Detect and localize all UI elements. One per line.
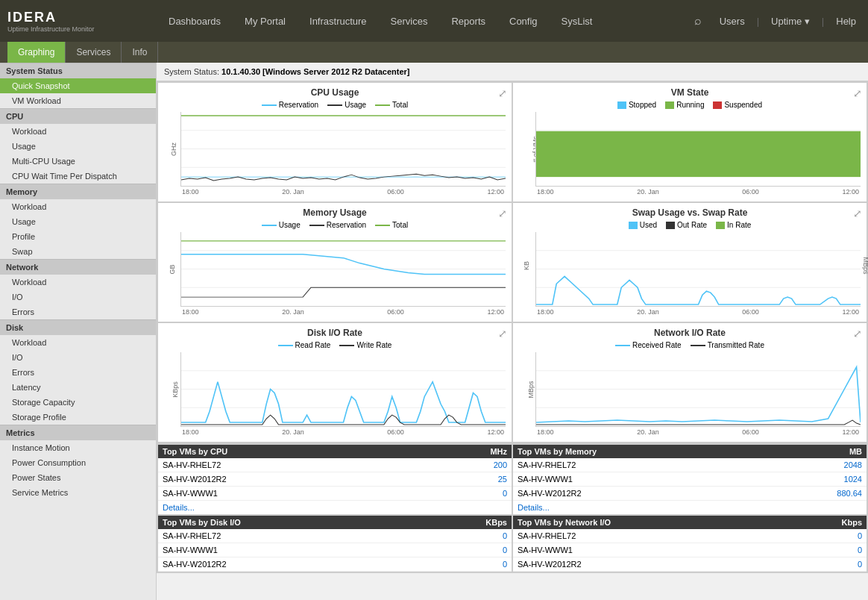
sidebar-item-network-io[interactable]: I/O xyxy=(0,290,156,304)
legend-reservation: Reservation xyxy=(262,101,318,109)
network-y-label: MBps xyxy=(527,381,535,398)
nav-users[interactable]: Users xyxy=(715,16,749,27)
cpu-svg xyxy=(181,112,506,186)
table-row[interactable]: SA-HV-W2012R2 0 xyxy=(513,557,867,572)
cpu-usage-expand-icon[interactable]: ⤢ xyxy=(498,87,507,99)
table-row[interactable]: SA-HV-RHEL72 0 xyxy=(158,529,512,543)
table-top-memory-details-link[interactable]: Details... xyxy=(513,501,867,514)
network-io-chart: Network I/O Rate ⤢ Received Rate Transmi… xyxy=(513,323,867,442)
swap-y-label2: MBps xyxy=(861,257,868,274)
nav-dashboards[interactable]: Dashboards xyxy=(157,0,233,42)
sidebar-item-cpu-wait[interactable]: CPU Wait Time Per Dispatch xyxy=(0,169,156,184)
nav-right: ⌕ Users | Uptime ▾ | Help xyxy=(688,14,861,28)
nav-infrastructure[interactable]: Infrastructure xyxy=(298,0,379,42)
table-row[interactable]: SA-HV-W2012R2 25 xyxy=(158,472,512,487)
vm-state-expand-icon[interactable]: ⤢ xyxy=(853,87,862,99)
sidebar-item-cpu-workload[interactable]: Workload xyxy=(0,124,156,139)
sidebar-item-storage-capacity[interactable]: Storage Capacity xyxy=(0,395,156,410)
swap-usage-chart: Swap Usage vs. Swap Rate ⤢ Used Out Rate… xyxy=(513,203,867,322)
legend-mem-total-line xyxy=(375,225,390,226)
sidebar-item-network-errors[interactable]: Errors xyxy=(0,304,156,319)
legend-total-line xyxy=(375,104,390,106)
disk-x-axis: 18:00 20. Jan 06:00 12:00 xyxy=(180,428,506,436)
nav-uptime-dropdown[interactable]: Uptime ▾ xyxy=(767,16,814,27)
sidebar-item-power-states[interactable]: Power States xyxy=(0,470,156,485)
sidebar-item-disk-errors[interactable]: Errors xyxy=(0,365,156,380)
charts-grid: CPU Usage ⤢ Reservation Usage Total xyxy=(157,81,868,443)
sidebar-item-memory-usage[interactable]: Usage xyxy=(0,214,156,229)
table-row[interactable]: SA-HV-RHEL72 2048 xyxy=(513,458,867,472)
sidebar-item-vm-workload[interactable]: VM Workload xyxy=(0,93,156,108)
sidebar-item-instance-motion[interactable]: Instance Motion xyxy=(0,440,156,455)
legend-mem-total: Total xyxy=(375,221,408,229)
swap-expand-icon[interactable]: ⤢ xyxy=(853,207,862,219)
sidebar-item-storage-profile[interactable]: Storage Profile xyxy=(0,410,156,425)
nav-config[interactable]: Config xyxy=(497,0,550,42)
legend-received-rate: Received Rate xyxy=(615,341,682,349)
sidebar-item-disk-workload[interactable]: Workload xyxy=(0,335,156,350)
legend-stopped: Stopped xyxy=(617,101,656,109)
memory-chart-container: GB xyxy=(164,232,506,317)
table-top-memory-header: Top VMs by Memory MB xyxy=(513,445,867,458)
legend-usage: Usage xyxy=(327,101,366,109)
nav-links: Dashboards My Portal Infrastructure Serv… xyxy=(157,0,688,42)
legend-transmitted-line xyxy=(691,345,705,346)
sidebar-item-power-consumption[interactable]: Power Consumption xyxy=(0,455,156,470)
disk-io-expand-icon[interactable]: ⤢ xyxy=(498,328,507,340)
vm-svg xyxy=(536,112,861,186)
network-io-expand-icon[interactable]: ⤢ xyxy=(853,328,862,340)
nav-reports[interactable]: Reports xyxy=(439,0,497,42)
disk-chart-area xyxy=(180,352,506,427)
table-row[interactable]: SA-HV-WWW1 0 xyxy=(513,543,867,557)
nav-help[interactable]: Help xyxy=(831,16,861,27)
sidebar-item-memory-swap[interactable]: Swap xyxy=(0,244,156,259)
cpu-usage-container: GHz xyxy=(164,112,506,197)
sidebar: System Status Quick Snapshot VM Workload… xyxy=(0,63,157,600)
sidebar-item-memory-workload[interactable]: Workload xyxy=(0,199,156,214)
swap-usage-title: Swap Usage vs. Swap Rate xyxy=(519,207,861,218)
sidebar-item-quick-snapshot[interactable]: Quick Snapshot xyxy=(0,78,156,93)
nav-myportal[interactable]: My Portal xyxy=(233,0,298,42)
table-row[interactable]: SA-HV-WWW1 0 xyxy=(158,543,512,557)
legend-mem-reservation: Reservation xyxy=(309,221,366,229)
legend-swap-out: Out Rate xyxy=(666,221,707,229)
logo-subtitle: Uptime Infrastructure Monitor xyxy=(7,25,157,33)
table-row[interactable]: SA-HV-W2012R2 0 xyxy=(158,557,512,572)
network-io-legend: Received Rate Transmitted Rate xyxy=(519,341,861,349)
tab-graphing[interactable]: Graphing xyxy=(7,42,66,63)
table-top-cpu: Top VMs by CPU MHz SA-HV-RHEL72 200 SA-H… xyxy=(158,445,512,514)
sidebar-item-cpu-usage[interactable]: Usage xyxy=(0,139,156,154)
vm-chart-area xyxy=(535,112,861,187)
memory-y-label: GB xyxy=(169,264,176,274)
nav-syslist[interactable]: SysList xyxy=(550,0,605,42)
legend-stopped-box xyxy=(617,101,626,109)
memory-usage-chart: Memory Usage ⤢ Usage Reservation Total xyxy=(158,203,512,322)
sidebar-item-network-workload[interactable]: Workload xyxy=(0,275,156,290)
table-row[interactable]: SA-HV-WWW1 0 xyxy=(158,487,512,501)
legend-swap-used: Used xyxy=(629,221,657,229)
tab-services[interactable]: Services xyxy=(66,42,122,63)
legend-total: Total xyxy=(375,101,408,109)
memory-x-axis: 18:00 20. Jan 06:00 12:00 xyxy=(180,308,506,316)
sidebar-item-multi-cpu[interactable]: Multi-CPU Usage xyxy=(0,154,156,169)
nav-services[interactable]: Services xyxy=(379,0,440,42)
legend-swap-in-box xyxy=(716,222,725,229)
swap-chart-area xyxy=(535,232,861,307)
tab-info[interactable]: Info xyxy=(122,42,158,63)
table-row[interactable]: SA-HV-WWW1 1024 xyxy=(513,472,867,487)
sidebar-item-disk-latency[interactable]: Latency xyxy=(0,380,156,395)
sidebar-item-disk-io[interactable]: I/O xyxy=(0,350,156,365)
legend-swap-out-box xyxy=(666,222,675,229)
search-icon[interactable]: ⌕ xyxy=(688,14,708,28)
vm-state-container: # of VMs 18:00 xyxy=(519,112,861,197)
memory-usage-expand-icon[interactable]: ⤢ xyxy=(498,207,507,219)
sidebar-item-memory-profile[interactable]: Profile xyxy=(0,229,156,244)
table-row[interactable]: SA-HV-RHEL72 0 xyxy=(513,529,867,543)
sidebar-item-service-metrics[interactable]: Service Metrics xyxy=(0,485,156,500)
table-top-cpu-details-link[interactable]: Details... xyxy=(158,501,512,514)
disk-io-chart: Disk I/O Rate ⤢ Read Rate Write Rate KBp… xyxy=(158,323,512,442)
table-top-disk: Top VMs by Disk I/O KBps SA-HV-RHEL72 0 … xyxy=(158,516,512,572)
table-row[interactable]: SA-HV-RHEL72 200 xyxy=(158,458,512,472)
network-x-axis: 18:00 20. Jan 06:00 12:00 xyxy=(535,428,861,436)
table-row[interactable]: SA-HV-W2012R2 880.64 xyxy=(513,487,867,501)
